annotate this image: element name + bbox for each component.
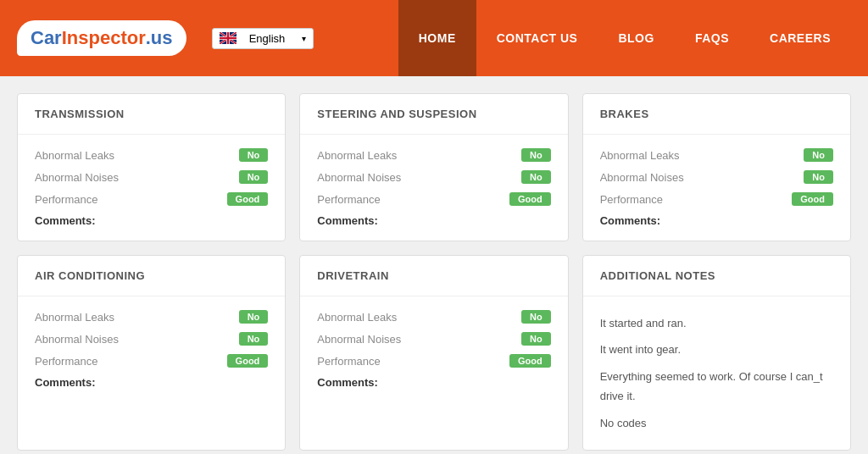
row-label: Performance [600, 193, 793, 206]
card-row: Abnormal LeaksNo [35, 148, 268, 162]
card-body-brakes: Abnormal LeaksNoAbnormal NoisesNoPerform… [583, 135, 850, 241]
row-badge-no: No [521, 148, 551, 162]
card-transmission: TRANSMISSIONAbnormal LeaksNoAbnormal Noi… [17, 93, 286, 241]
site-logo[interactable]: CarInspector.us [17, 20, 186, 56]
row-badge-good: Good [227, 192, 269, 206]
card-row: Abnormal NoisesNo [600, 170, 833, 184]
row-label: Performance [35, 355, 227, 368]
row-badge-good: Good [509, 192, 551, 206]
card-body-additional-notes: It started and ran.It went into gear.Eve… [583, 296, 850, 450]
card-row: PerformanceGood [35, 192, 268, 206]
row-label: Abnormal Noises [35, 333, 239, 346]
card-title-steering: STEERING AND SUSPESION [300, 94, 567, 135]
note-line: No codes [600, 410, 833, 436]
card-brakes: BRAKESAbnormal LeaksNoAbnormal NoisesNoP… [582, 93, 851, 241]
note-line: It started and ran. [600, 310, 833, 336]
card-row: Abnormal LeaksNo [35, 310, 268, 324]
card-steering: STEERING AND SUSPESIONAbnormal LeaksNoAb… [299, 93, 568, 241]
row-label: Abnormal Noises [35, 171, 239, 184]
card-row: Abnormal NoisesNo [35, 332, 268, 346]
row-label: Performance [35, 193, 227, 206]
card-row: PerformanceGood [317, 354, 550, 368]
nav-item-faqs[interactable]: FAQS [675, 0, 749, 76]
nav-item-contact[interactable]: CONTACT US [476, 0, 598, 76]
nav-item-blog[interactable]: BLOG [598, 0, 674, 76]
card-body-drivetrain: Abnormal LeaksNoAbnormal NoisesNoPerform… [300, 296, 567, 402]
card-row: PerformanceGood [35, 354, 268, 368]
row-label: Abnormal Leaks [35, 311, 239, 324]
card-row: Abnormal LeaksNo [600, 148, 833, 162]
nav-item-careers[interactable]: CAREERS [749, 0, 851, 76]
logo-us-text: us [151, 27, 173, 49]
row-badge-no: No [239, 148, 269, 162]
row-badge-good: Good [509, 354, 551, 368]
row-badge-no: No [804, 148, 833, 162]
row-label: Abnormal Noises [600, 171, 804, 184]
row-badge-no: No [239, 170, 269, 184]
card-air-conditioning: AIR CONDITIONINGAbnormal LeaksNoAbnormal… [17, 255, 286, 451]
row-badge-no: No [521, 170, 551, 184]
row-badge-no: No [239, 332, 269, 346]
chevron-down-icon: ▾ [302, 34, 306, 43]
comments-label: Comments: [317, 214, 550, 227]
comments-label: Comments: [35, 376, 268, 389]
card-body-steering: Abnormal LeaksNoAbnormal NoisesNoPerform… [300, 135, 567, 241]
card-row: Abnormal NoisesNo [317, 170, 550, 184]
language-selector-wrap: English ▾ [212, 28, 314, 49]
card-row: Abnormal LeaksNo [317, 310, 550, 324]
card-drivetrain: DRIVETRAINAbnormal LeaksNoAbnormal Noise… [299, 255, 568, 451]
card-body-air-conditioning: Abnormal LeaksNoAbnormal NoisesNoPerform… [18, 296, 285, 402]
site-header: CarInspector.us English ▾ HOMECONTACT US… [0, 0, 868, 76]
card-body-transmission: Abnormal LeaksNoAbnormal NoisesNoPerform… [18, 135, 285, 241]
row-badge-no: No [239, 310, 269, 324]
card-row: Abnormal LeaksNo [317, 148, 550, 162]
row-badge-good: Good [792, 192, 833, 206]
row-badge-no: No [521, 332, 551, 346]
card-row: Abnormal NoisesNo [35, 170, 268, 184]
row-badge-good: Good [227, 354, 269, 368]
row-label: Abnormal Leaks [35, 149, 239, 162]
row-label: Performance [317, 355, 509, 368]
card-title-transmission: TRANSMISSION [18, 94, 285, 135]
card-title-additional-notes: ADDITIONAL NOTES [583, 256, 850, 296]
comments-label: Comments: [600, 214, 833, 227]
main-content: TRANSMISSIONAbnormal LeaksNoAbnormal Noi… [0, 76, 868, 454]
nav-item-home[interactable]: HOME [398, 0, 476, 76]
row-label: Performance [317, 193, 509, 206]
row-label: Abnormal Leaks [317, 311, 521, 324]
row-label: Abnormal Noises [317, 171, 521, 184]
note-line: It went into gear. [600, 336, 833, 363]
row-badge-no: No [521, 310, 551, 324]
card-row: PerformanceGood [600, 192, 833, 206]
card-title-drivetrain: DRIVETRAIN [300, 256, 567, 296]
card-row: PerformanceGood [317, 192, 550, 206]
language-label: English [249, 32, 286, 45]
logo-car-text: Car [31, 27, 62, 49]
row-label: Abnormal Noises [317, 333, 521, 346]
comments-label: Comments: [317, 376, 550, 389]
cards-grid: TRANSMISSIONAbnormal LeaksNoAbnormal Noi… [17, 93, 851, 451]
uk-flag-icon [220, 32, 236, 44]
row-label: Abnormal Leaks [317, 149, 521, 162]
row-label: Abnormal Leaks [600, 149, 804, 162]
card-row: Abnormal NoisesNo [317, 332, 550, 346]
main-nav: HOMECONTACT USBLOGFAQSCAREERS [398, 0, 851, 76]
row-badge-no: No [804, 170, 833, 184]
flag-icon [220, 32, 236, 44]
card-title-brakes: BRAKES [583, 94, 850, 135]
card-title-air-conditioning: AIR CONDITIONING [18, 256, 285, 296]
card-additional-notes: ADDITIONAL NOTESIt started and ran.It we… [582, 255, 851, 451]
language-dropdown[interactable]: English ▾ [212, 28, 314, 49]
note-line: Everything seemed to work. Of course I c… [600, 363, 833, 410]
logo-inspector-text: Inspector [62, 27, 146, 49]
comments-label: Comments: [35, 214, 268, 227]
